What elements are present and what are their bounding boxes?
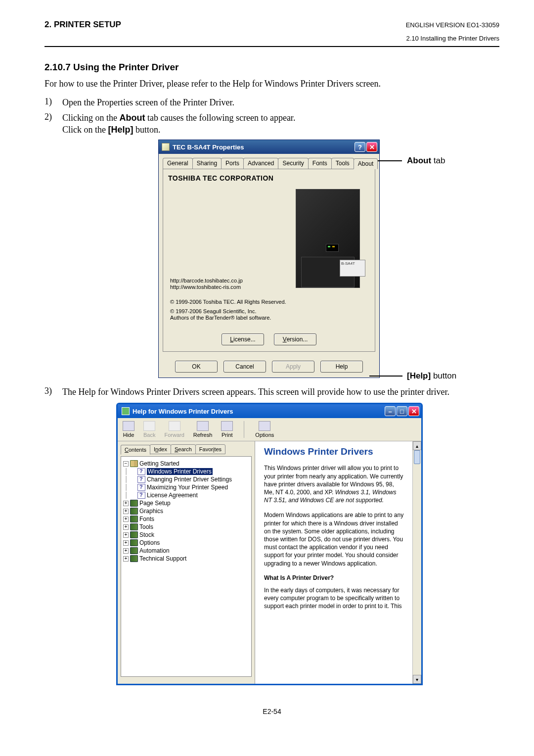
help-button[interactable]: Help bbox=[320, 361, 363, 373]
help-content-p1: This Windows printer driver will allow y… bbox=[264, 464, 411, 504]
help-toolbar: Hide Back Forward Refresh Print Options bbox=[118, 418, 421, 441]
titlebar-close-icon[interactable]: ✕ bbox=[366, 142, 377, 152]
options-icon bbox=[259, 421, 270, 431]
tab-advanced[interactable]: Advanced bbox=[243, 158, 278, 169]
titlebar-help-icon[interactable]: ? bbox=[355, 142, 365, 152]
help-app-icon bbox=[122, 407, 130, 415]
collapse-icon[interactable]: − bbox=[123, 461, 129, 467]
navtab-contents[interactable]: Contents bbox=[121, 445, 150, 455]
help-tree[interactable]: −Getting Started │Windows Printer Driver… bbox=[121, 456, 252, 677]
corporation-name: TOSHIBA TEC CORPORATION bbox=[168, 174, 370, 182]
book-icon bbox=[130, 531, 138, 538]
header-left: 2. PRINTER SETUP bbox=[44, 20, 121, 30]
expand-icon[interactable]: + bbox=[123, 509, 129, 514]
tab-ports[interactable]: Ports bbox=[221, 158, 244, 169]
navtab-search[interactable]: Search bbox=[171, 444, 196, 454]
intro-text: For how to use the Printer Driver, pleas… bbox=[44, 78, 499, 90]
scroll-thumb[interactable] bbox=[414, 450, 420, 464]
close-icon[interactable]: ✕ bbox=[408, 406, 419, 416]
copyright-toshiba: © 1999-2006 Toshiba TEC. All Rights Rese… bbox=[170, 299, 286, 305]
toolbar-hide[interactable]: Hide bbox=[123, 421, 134, 438]
step-2-text: Clicking on the About tab causes the fol… bbox=[62, 112, 499, 136]
expand-icon[interactable]: + bbox=[123, 517, 129, 522]
tab-security[interactable]: Security bbox=[278, 158, 308, 169]
properties-tab-body: TOSHIBA TEC CORPORATION B-SA4T http://ba… bbox=[163, 169, 375, 352]
book-icon bbox=[130, 555, 138, 562]
topic-icon bbox=[137, 468, 145, 475]
ok-button[interactable]: OK bbox=[175, 361, 218, 373]
toolbar-print[interactable]: Print bbox=[221, 421, 233, 438]
help-scrollbar[interactable]: ▴ ▾ bbox=[412, 441, 421, 684]
help-nav-panel: Contents Index Search Favorites −Getting… bbox=[118, 441, 255, 684]
copyright-seagull: © 1997-2006 Seagull Scientific, Inc. Aut… bbox=[170, 308, 271, 322]
forward-icon bbox=[169, 421, 180, 431]
properties-titlebar[interactable]: TEC B-SA4T Properties ? ✕ bbox=[159, 140, 379, 154]
header-right-top: ENGLISH VERSION EO1-33059 bbox=[406, 21, 499, 29]
printer-app-icon bbox=[162, 143, 170, 151]
license-button[interactable]: License... bbox=[222, 333, 264, 345]
header-divider bbox=[44, 46, 499, 47]
back-icon bbox=[143, 421, 155, 431]
properties-dialog: TEC B-SA4T Properties ? ✕ General Sharin… bbox=[158, 140, 380, 378]
book-icon bbox=[130, 539, 138, 546]
step-1-text: Open the Properties screen of the Printe… bbox=[62, 96, 499, 108]
help-content-p2: Modern Windows applications are able to … bbox=[264, 511, 411, 567]
book-icon bbox=[130, 547, 138, 554]
scroll-down-icon[interactable]: ▾ bbox=[413, 675, 421, 684]
open-book-icon bbox=[130, 460, 138, 467]
expand-icon[interactable]: + bbox=[123, 540, 129, 546]
callout-about-tab: About tab bbox=[407, 156, 445, 166]
expand-icon[interactable]: + bbox=[123, 501, 129, 506]
scroll-up-icon[interactable]: ▴ bbox=[413, 441, 421, 450]
refresh-icon bbox=[197, 421, 209, 431]
help-titlebar[interactable]: Help for Windows Printer Drivers – □ ✕ bbox=[118, 404, 421, 418]
navtab-index[interactable]: Index bbox=[150, 444, 171, 454]
topic-icon bbox=[137, 476, 145, 483]
maximize-icon[interactable]: □ bbox=[397, 406, 407, 416]
help-content-subtitle: What Is A Printer Driver? bbox=[264, 574, 411, 581]
expand-icon[interactable]: + bbox=[123, 548, 129, 554]
toolbar-forward: Forward bbox=[164, 421, 184, 438]
tab-general[interactable]: General bbox=[163, 158, 193, 169]
step-2-number: 2) bbox=[44, 112, 62, 136]
book-icon bbox=[130, 516, 138, 522]
vendor-urls: http://barcode.toshibatec.co.jp http://w… bbox=[170, 278, 243, 291]
topic-icon bbox=[137, 492, 145, 499]
navtab-favorites[interactable]: Favorites bbox=[195, 444, 225, 454]
help-content-title: Windows Printer Drivers bbox=[264, 446, 411, 457]
step-1-number: 1) bbox=[44, 96, 62, 108]
help-content-panel: ▴ ▾ Windows Printer Drivers This Windows… bbox=[255, 441, 421, 684]
expand-icon[interactable]: + bbox=[123, 532, 129, 538]
toolbar-refresh[interactable]: Refresh bbox=[193, 421, 213, 438]
book-icon bbox=[130, 508, 138, 515]
book-icon bbox=[130, 500, 138, 507]
section-title: 2.10.7 Using the Printer Driver bbox=[44, 62, 499, 73]
toolbar-back: Back bbox=[143, 421, 155, 438]
step-3-text: The Help for Windows Printer Drivers scr… bbox=[62, 386, 499, 398]
tab-sharing[interactable]: Sharing bbox=[192, 158, 222, 169]
version-button[interactable]: Version... bbox=[274, 333, 316, 345]
help-content-p3: In the early days of computers, it was n… bbox=[264, 586, 411, 611]
toolbar-options[interactable]: Options bbox=[255, 421, 274, 438]
expand-icon[interactable]: + bbox=[123, 556, 129, 562]
hide-icon bbox=[123, 421, 134, 431]
apply-button: Apply bbox=[272, 361, 314, 373]
expand-icon[interactable]: + bbox=[123, 524, 129, 530]
topic-icon bbox=[137, 484, 145, 491]
print-icon bbox=[221, 421, 233, 431]
header-right-sub: 2.10 Installing the Printer Drivers bbox=[44, 35, 499, 42]
tab-fonts[interactable]: Fonts bbox=[308, 158, 332, 169]
book-icon bbox=[130, 523, 138, 530]
cancel-button[interactable]: Cancel bbox=[223, 361, 266, 373]
tab-about[interactable]: About bbox=[354, 158, 378, 169]
help-window: Help for Windows Printer Drivers – □ ✕ H… bbox=[116, 403, 423, 685]
callout-help-line bbox=[369, 376, 402, 377]
properties-title: TEC B-SA4T Properties bbox=[173, 143, 354, 151]
tab-tools[interactable]: Tools bbox=[331, 158, 354, 169]
minimize-icon[interactable]: – bbox=[385, 406, 396, 416]
properties-tabstrip: General Sharing Ports Advanced Security … bbox=[159, 154, 379, 169]
page-number: E2-54 bbox=[44, 708, 499, 715]
callout-help-button: [Help] button bbox=[407, 371, 456, 381]
tree-selected-item[interactable]: Windows Printer Drivers bbox=[147, 468, 213, 475]
help-title-text: Help for Windows Printer Drivers bbox=[133, 408, 233, 415]
